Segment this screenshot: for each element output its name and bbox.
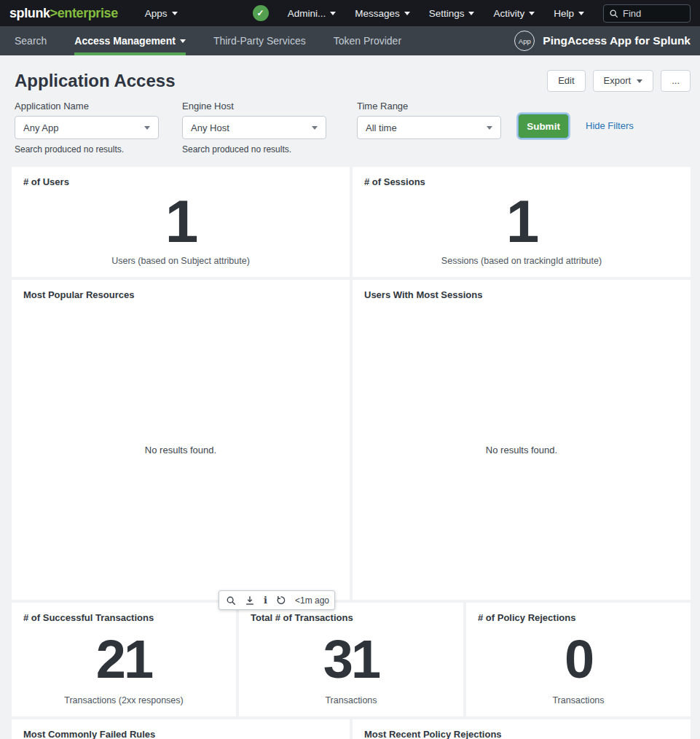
time-range-dropdown[interactable]: All time [357,116,501,139]
panel-policy-rejections: # of Policy Rejections 0 Transactions [466,603,691,716]
tab-token-provider-label: Token Provider [334,35,401,47]
settings-menu[interactable]: Settings [429,8,475,19]
panel-num-sessions: # of Sessions 1 Sessions (based on track… [353,167,691,277]
hide-filters-link[interactable]: Hide Filters [586,120,634,131]
single-value-caption: Users (based on Subject attribute) [12,256,350,277]
panel-num-users: # of Users 1 Users (based on Subject att… [12,167,350,277]
filter-time-range: Time Range All time [357,101,501,139]
activity-menu[interactable]: Activity [493,8,535,19]
tab-access-management[interactable]: Access Management [74,26,186,55]
tab-third-party-services[interactable]: Third-Party Services [213,26,306,55]
application-name-dropdown[interactable]: Any App [15,116,159,139]
tab-search[interactable]: Search [15,26,47,55]
chevron-down-icon [312,126,318,130]
edit-button[interactable]: Edit [547,70,585,92]
no-results-message: No results found. [12,300,350,600]
app-avatar-label: App [519,37,531,45]
search-icon [609,9,618,18]
submit-button[interactable]: Submit [518,114,569,138]
header-buttons: Edit Export ... [547,70,691,92]
dropdown-value: Any App [23,122,58,133]
top-system-bar: splunk>enterprise Apps ✓ Admini... Messa… [0,0,700,26]
logo-gt-icon: > [50,6,58,20]
panel-title: # of Policy Rejections [466,603,691,623]
find-search-box[interactable] [603,4,691,23]
messages-menu-label: Messages [355,8,400,19]
filter-engine-host: Engine Host Any Host Search produced no … [182,101,326,155]
panel-most-commonly-failed-rules: Most Commonly Failed Rules [12,719,350,739]
single-value-caption: Transactions [239,695,463,716]
export-button[interactable]: Export [593,70,654,92]
apps-menu-label: Apps [145,8,168,19]
help-menu[interactable]: Help [554,8,584,19]
single-value-caption: Transactions (2xx responses) [12,695,236,716]
open-in-search-icon[interactable] [226,595,236,606]
tab-access-management-label: Access Management [74,35,176,47]
tab-search-label: Search [15,35,47,47]
no-results-message: No results found. [353,300,691,600]
refresh-icon[interactable] [276,595,286,606]
dropdown-value: Any Host [191,122,229,133]
app-identity: App PingAccess App for Splunk [514,26,700,55]
panel-title: Most Recent Policy Rejections [353,719,691,739]
page-header: Application Access Edit Export ... [0,55,700,93]
panel-users-with-most-sessions: Users With Most Sessions No results foun… [353,280,691,600]
export-button-label: Export [604,75,632,86]
apps-menu[interactable]: Apps [145,8,178,19]
filter-label: Engine Host [182,101,326,112]
info-icon[interactable]: i [264,595,267,606]
filter-label: Application Name [15,101,159,112]
panel-most-popular-resources: Most Popular Resources No results found. [12,280,350,600]
chevron-down-icon [468,12,474,15]
chevron-down-icon [330,12,336,15]
panel-row-4: Most Commonly Failed Rules Most Recent P… [12,719,691,739]
page-title: Application Access [15,71,176,91]
single-value: 0 [466,623,691,695]
activity-menu-label: Activity [493,8,524,19]
health-status-icon[interactable]: ✓ [253,5,269,21]
single-value: 21 [12,623,236,695]
chevron-down-icon [172,12,178,15]
logo-product: enterprise [58,6,118,20]
panel-most-recent-policy-rejections: Most Recent Policy Rejections [353,719,691,739]
chevron-down-icon [144,126,150,130]
panel-title: Most Popular Resources [12,280,350,300]
filter-note: Search produced no results. [182,144,326,155]
panel-hover-toolbar: i <1m ago [219,590,335,610]
panel-successful-transactions: # of Successful Transactions 21 Transact… [12,603,236,716]
single-value: 31 [239,623,463,695]
logo-brand: splunk [9,6,50,20]
chevron-down-icon [404,12,410,15]
filter-application-name: Application Name Any App Search produced… [15,101,159,155]
engine-host-dropdown[interactable]: Any Host [182,116,326,139]
app-nav-bar: Search Access Management Third-Party Ser… [0,26,700,55]
chevron-down-icon [180,39,186,43]
app-avatar: App [514,31,535,51]
edit-button-label: Edit [558,75,574,86]
filter-label: Time Range [357,101,501,112]
filter-note: Search produced no results. [15,144,159,155]
panel-row-1: # of Users 1 Users (based on Subject att… [12,167,691,277]
user-menu[interactable]: Admini... [288,8,337,19]
download-icon[interactable] [245,595,255,606]
tab-token-provider[interactable]: Token Provider [334,26,401,55]
panel-row-3: # of Successful Transactions 21 Transact… [12,603,691,716]
chevron-down-icon [637,79,642,83]
single-value: 1 [12,187,350,256]
single-value-caption: Sessions (based on trackingId attribute) [353,256,691,277]
more-actions-button[interactable]: ... [661,70,691,92]
topbar-right-cluster: ✓ Admini... Messages Settings Activity H… [253,4,691,23]
refresh-age-label: <1m ago [295,595,329,606]
panel-title: # of Users [12,167,350,187]
panel-total-transactions: Total # of Transactions 31 Transactions [239,603,463,716]
help-menu-label: Help [554,8,574,19]
panel-title: # of Sessions [353,167,691,187]
filters-bar: Application Name Any App Search produced… [0,93,700,155]
panel-title: Most Commonly Failed Rules [12,719,350,739]
messages-menu[interactable]: Messages [355,8,410,19]
panel-row-2: Most Popular Resources No results found.… [12,280,691,600]
more-actions-label: ... [672,75,680,86]
find-search-input[interactable] [623,8,685,19]
tab-third-party-services-label: Third-Party Services [213,35,306,47]
splunk-logo[interactable]: splunk>enterprise [9,6,118,21]
